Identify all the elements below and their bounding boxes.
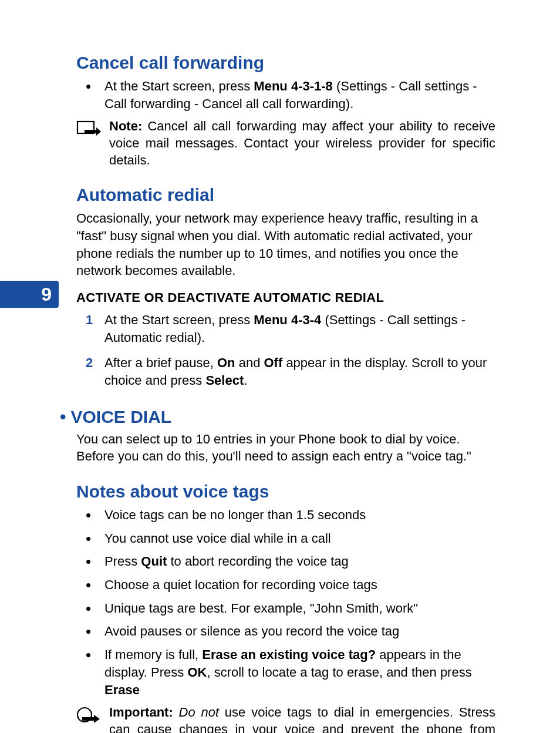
paragraph: Occasionally, your network may experienc… — [76, 210, 495, 280]
paragraph: You can select up to 10 entries in your … — [76, 431, 495, 465]
heading-text: VOICE DIAL — [71, 407, 172, 426]
list-item: Choose a quiet location for recording vo… — [76, 576, 495, 594]
important-label: Important: — [109, 705, 173, 719]
ui-label: Erase — [104, 682, 140, 697]
text: At the Start screen, press — [104, 312, 254, 327]
heading-automatic-redial: Automatic redial — [76, 185, 495, 205]
note-arrow-icon — [76, 120, 109, 144]
chapter-tab: 9 — [0, 281, 59, 308]
text: and — [235, 355, 264, 370]
list-item: If memory is full, Erase an existing voi… — [76, 646, 495, 698]
important-text: Important: Do not use voice tags to dial… — [109, 704, 495, 733]
ui-label: OK — [187, 665, 207, 680]
step-number: 1 — [86, 311, 93, 329]
step-number: 2 — [86, 354, 93, 372]
list-item: At the Start screen, press Menu 4-3-1-8 … — [76, 78, 495, 112]
ui-label: Select — [205, 373, 244, 388]
ui-label: Off — [264, 355, 283, 370]
emphasis: Do not — [179, 705, 220, 719]
menu-path: Menu 4-3-1-8 — [254, 79, 332, 93]
important-arrow-icon — [76, 707, 109, 730]
text: At the Start screen, press — [104, 79, 254, 93]
heading-cancel-call-forwarding: Cancel call forwarding — [76, 53, 495, 73]
page-content: Cancel call forwarding At the Start scre… — [0, 0, 560, 733]
list-item: Voice tags can be no longer than 1.5 sec… — [76, 506, 495, 524]
note-label: Note: — [109, 119, 142, 133]
list-item: Press Quit to abort recording the voice … — [76, 553, 495, 570]
heading-voice-dial: •VOICE DIAL — [60, 407, 495, 427]
text: Cancel all call forwarding may affect yo… — [109, 119, 495, 167]
ui-label: Quit — [141, 554, 167, 569]
note-text: Note: Cancel all call forwarding may aff… — [109, 118, 495, 169]
note-block: Note: Cancel all call forwarding may aff… — [76, 118, 495, 169]
menu-path: Menu 4-3-4 — [254, 312, 321, 327]
text: After a brief pause, — [104, 355, 217, 370]
bullet-icon: • — [60, 407, 66, 426]
text: If memory is full, — [104, 647, 202, 662]
ui-label: Erase an existing voice tag? — [202, 647, 376, 662]
list-item: Avoid pauses or silence as you record th… — [76, 623, 495, 640]
text: Press — [104, 554, 141, 569]
list-item: You cannot use voice dial while in a cal… — [76, 530, 495, 547]
step-item: 1 At the Start screen, press Menu 4-3-4 … — [76, 311, 495, 346]
important-block: Important: Do not use voice tags to dial… — [76, 704, 495, 733]
list-item: Unique tags are best. For example, "John… — [76, 600, 495, 617]
text: . — [244, 373, 247, 388]
text: to abort recording the voice tag — [167, 554, 348, 569]
subheading-activate-redial: ACTIVATE OR DEACTIVATE AUTOMATIC REDIAL — [76, 290, 495, 305]
heading-notes-voice-tags: Notes about voice tags — [76, 482, 495, 502]
text: , scroll to locate a tag to erase, and t… — [207, 665, 471, 680]
step-item: 2 After a brief pause, On and Off appear… — [76, 354, 495, 389]
ui-label: On — [217, 355, 235, 370]
